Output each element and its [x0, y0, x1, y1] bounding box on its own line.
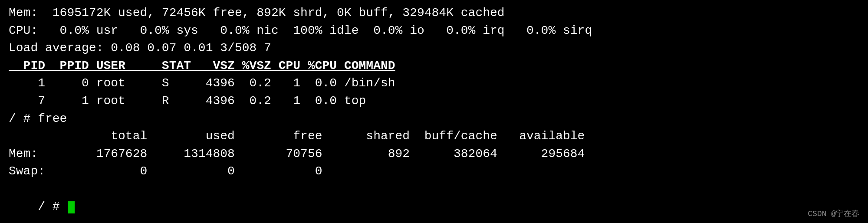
mem-info-line: Mem: 1695172K used, 72456K free, 892K sh… — [9, 4, 859, 22]
proc-1-line: 1 0 root S 4396 0.2 1 0.0 /bin/sh — [9, 75, 859, 92]
terminal-cursor — [68, 201, 75, 213]
free-header-line: total used free shared buff/cache availa… — [9, 128, 859, 145]
mem-row-line: Mem: 1767628 1314808 70756 892 382064 29… — [9, 145, 859, 163]
table-header-line: PID PPID USER STAT VSZ %VSZ CPU %CPU COM… — [9, 57, 859, 75]
free-cmd-line: / # free — [9, 110, 859, 128]
proc-7-line: 7 1 root R 4396 0.2 1 0.0 top — [9, 92, 859, 110]
swap-row-line: Swap: 0 0 0 — [9, 163, 859, 180]
prompt-text: / # — [38, 200, 67, 213]
terminal-window: Mem: 1695172K used, 72456K free, 892K sh… — [9, 4, 859, 223]
watermark: CSDN @宁在春 — [808, 208, 859, 219]
prompt-line[interactable]: / # — [9, 180, 859, 223]
cpu-info-line: CPU: 0.0% usr 0.0% sys 0.0% nic 100% idl… — [9, 22, 859, 40]
load-info-line: Load average: 0.08 0.07 0.01 3/508 7 — [9, 39, 859, 57]
